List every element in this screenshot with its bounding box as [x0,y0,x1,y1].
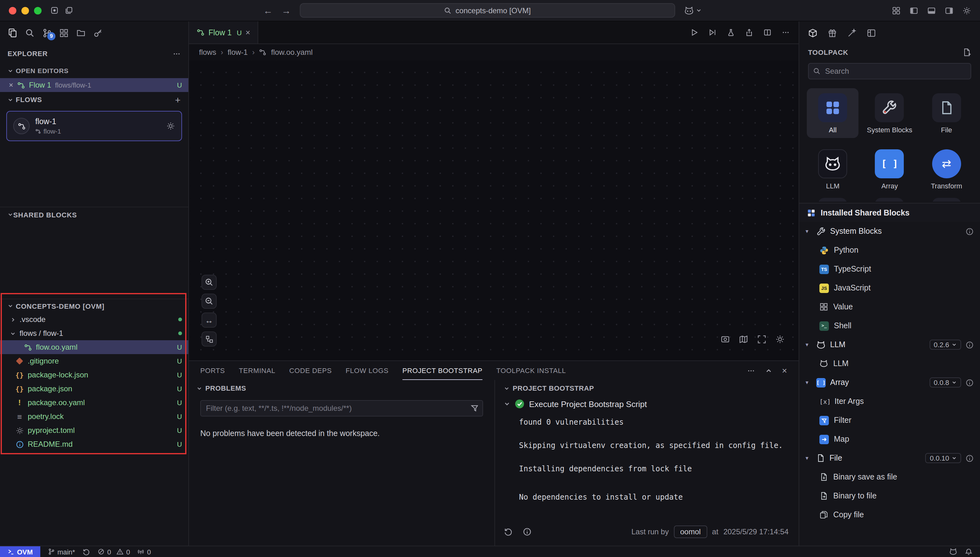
file-row[interactable]: {} package.json U [0,382,189,396]
folder-row[interactable]: .vscode [0,313,189,326]
forward-button[interactable]: → [281,6,291,15]
open-editor-item[interactable]: × Flow 1 flows/flow-1 U [0,78,189,92]
explorer-more-icon[interactable] [172,49,181,58]
assistant-menu[interactable] [684,5,702,15]
breadcrumb-file[interactable]: flow.oo.yaml [271,48,313,57]
sync-icon[interactable] [83,548,90,555]
panel-tab-ports[interactable]: PORTS [200,361,225,380]
version-dropdown[interactable]: 0.0.8 [929,378,961,388]
folder-icon[interactable] [76,28,86,37]
block-item-python[interactable]: Python [799,241,980,260]
toggle-sidebar-right-icon[interactable] [945,6,954,15]
toggle-panel-bottom-icon[interactable] [927,6,936,15]
key-icon[interactable] [93,28,102,37]
assistant-cat-icon[interactable] [949,547,957,556]
more-actions-icon[interactable] [782,28,790,37]
screenshot-icon[interactable] [720,335,730,344]
source-control-icon[interactable]: 9 [42,28,52,37]
breadcrumb-flows[interactable]: flows [199,48,216,57]
zoom-window-button[interactable] [34,7,42,14]
explorer-icon[interactable] [8,28,18,38]
group-row-array[interactable]: ▾ [ ] Array 0.0.8 [799,373,980,392]
breadcrumb-flow-1[interactable]: flow-1 [228,48,248,57]
problems-status[interactable]: 0 0 [98,548,130,555]
run-to-end-button[interactable] [709,28,717,37]
category-tile-transform[interactable]: ⇄ Transform [920,144,972,194]
shared-blocks-header[interactable]: SHARED BLOCKS [0,207,189,222]
window-title-search[interactable]: concepts-demo [OVM] [300,3,675,18]
file-row[interactable]: {} package-lock.json U [0,368,189,382]
back-button[interactable]: ← [263,6,273,15]
search-icon[interactable] [25,28,35,37]
panel-tab-toolpack-install[interactable]: TOOLPACK INSTALL [496,361,566,380]
layout-board-icon[interactable] [867,28,876,37]
export-button[interactable] [745,28,753,37]
split-editor-button[interactable] [763,28,772,37]
panel-maximize-chevron-icon[interactable] [765,365,772,376]
category-tile-array[interactable]: [ ] Array [864,144,916,194]
flow-card[interactable]: flow-1 flow-1 [6,111,182,141]
block-item-map[interactable]: Map [799,430,980,449]
zoom-out-button[interactable] [202,294,217,309]
group-row-llm[interactable]: ▾ LLM 0.2.6 [799,335,980,354]
close-tab-icon[interactable]: × [245,28,250,37]
file-row[interactable]: ≡ poetry.lock U [0,410,189,423]
version-dropdown[interactable]: 0.2.6 [929,340,961,350]
ports-status[interactable]: 0 [138,548,151,555]
minimap-icon[interactable] [739,335,748,344]
category-tile-file[interactable]: File [920,88,972,138]
tabs-overview-icon[interactable] [65,6,73,15]
package-cube-icon[interactable] [808,28,817,37]
group-row-file[interactable]: ▾ File 0.0.10 [799,449,980,467]
notifications-bell-icon[interactable] [965,548,972,555]
flows-header[interactable]: FLOWS + [0,92,189,107]
block-item-llm[interactable]: LLM [799,354,980,373]
toggle-sidebar-left-icon[interactable] [910,6,918,15]
panel-tab-flow-logs[interactable]: FLOW LOGS [345,361,388,380]
block-item-javascript[interactable]: JS JavaScript [799,278,980,297]
group-row-system-blocks[interactable]: ▾ System Blocks [799,222,980,241]
panel-tab-project-bootstrap[interactable]: PROJECT BOOTSTRAP [403,361,483,380]
ovm-indicator[interactable]: OVM [0,546,40,557]
zoom-in-button[interactable] [202,275,217,290]
add-flow-button[interactable]: + [175,94,181,105]
block-item-typescript[interactable]: TS TypeScript [799,260,980,278]
panel-more-icon[interactable] [747,365,755,376]
file-row[interactable]: pyproject.toml U [0,423,189,437]
block-item-copy-file[interactable]: Copy file [799,505,980,524]
flow-settings-gear-icon[interactable] [166,122,175,130]
category-tile-system-blocks[interactable]: System Blocks [864,88,916,138]
minimize-window-button[interactable] [21,7,29,14]
category-tile-all[interactable]: All [807,88,859,138]
open-editors-header[interactable]: OPEN EDITORS [0,63,189,78]
close-window-button[interactable] [9,7,16,14]
block-item-filter[interactable]: Filter [799,411,980,430]
file-row[interactable]: .gitignore U [0,354,189,368]
problems-header[interactable]: PROBLEMS [189,380,494,396]
tab-flow-1[interactable]: Flow 1 U × [189,21,258,44]
fullscreen-icon[interactable] [757,335,767,344]
toolpack-search-input[interactable] [808,63,971,80]
info-icon[interactable] [523,528,531,536]
file-row[interactable]: flow.oo.yaml U [0,340,189,354]
filter-funnel-icon[interactable] [470,404,479,412]
test-button[interactable] [727,28,735,37]
block-item-binary-save-as-file[interactable]: Binary save as file [799,467,980,487]
block-item-shell[interactable]: >_ Shell [799,316,980,335]
auto-layout-button[interactable] [202,331,217,347]
panel-tab-code-deps[interactable]: CODE DEPS [289,361,332,380]
file-row[interactable]: README.md U [0,437,189,451]
run-flow-button[interactable] [690,28,699,37]
project-section-header[interactable]: CONCEPTS-DEMO [OVM] [0,299,189,313]
folder-row[interactable]: flows / flow-1 [0,326,189,340]
workspace-icon[interactable] [50,6,59,15]
file-row[interactable]: ! package.oo.yaml U [0,396,189,410]
grid-layout-icon[interactable] [892,6,900,15]
info-icon[interactable] [965,378,974,386]
new-toolpack-file-icon[interactable] [962,48,971,57]
block-item-iter-args[interactable]: [x] Iter Args [799,392,980,411]
fit-width-button[interactable]: ↔ [202,313,217,327]
canvas-settings-gear-icon[interactable] [775,335,785,344]
info-icon[interactable] [965,340,974,349]
gift-icon[interactable] [827,28,837,37]
